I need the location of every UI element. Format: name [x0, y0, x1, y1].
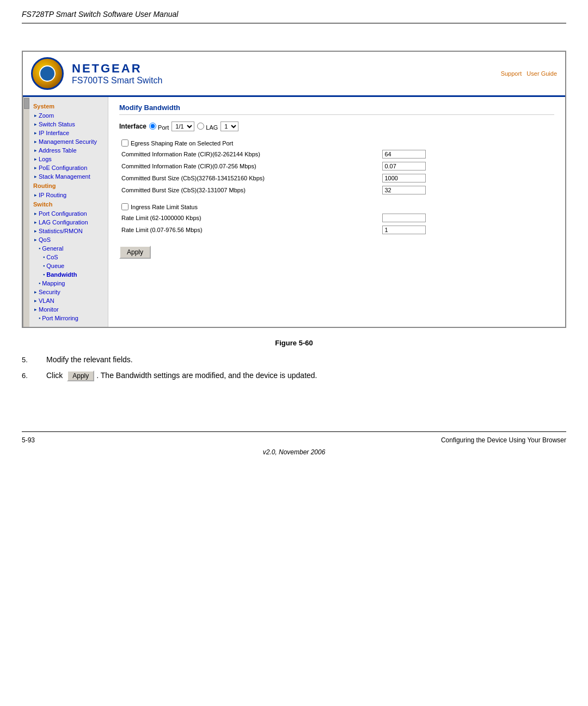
sidebar-item-port-mirroring[interactable]: ▪ Port Mirroring: [32, 314, 105, 322]
ingress-checkbox-row: Ingress Rate Limit Status: [119, 202, 554, 212]
egress-checkbox[interactable]: [121, 139, 128, 147]
field-label-cbs2: Committed Burst Size (CbS)(32-131007 Mbp…: [119, 184, 380, 196]
table-row: Committed Information Rate (CIR)(62-2621…: [119, 148, 554, 160]
rl1-input[interactable]: [382, 214, 426, 222]
sidebar-item-zoom[interactable]: ▸ Zoom: [32, 111, 105, 120]
main-panel: Modify Bandwidth Interface Port 1/1 1/2 …: [108, 97, 565, 327]
footer-center: v2.0, November 2006: [0, 448, 588, 467]
sidebar-item-port-config[interactable]: ▸ Port Configuration: [32, 209, 105, 218]
bullet-icon: ▸: [34, 113, 37, 118]
step-5-text: Modify the relevant fields.: [46, 355, 133, 364]
port-radio[interactable]: [149, 123, 156, 130]
rl2-input[interactable]: [382, 226, 426, 234]
egress-label: Egress Shaping Rate on Selected Port: [131, 140, 233, 147]
field-value-rl1: [380, 212, 554, 224]
header-links: Support User Guide: [501, 70, 557, 77]
table-row: Committed Burst Size (CbS)(32768-1341521…: [119, 172, 554, 184]
bullet-icon: ▸: [34, 174, 37, 179]
step-6: 6. Click Apply. The Bandwidth settings a…: [22, 370, 566, 381]
bullet-icon: ▸: [34, 130, 37, 136]
bullet-icon: ▸: [34, 121, 37, 127]
sidebar-item-logs[interactable]: ▸ Logs: [32, 155, 105, 163]
browser-window: NETGEAR FS700TS Smart Switch Support Use…: [22, 51, 566, 328]
sidebar-item-poe[interactable]: ▸ PoE Configuration: [32, 163, 105, 172]
support-link[interactable]: Support: [501, 70, 522, 77]
field-value-cbs2: [380, 184, 554, 196]
bullet-icon: ▸: [34, 289, 37, 295]
cir1-input[interactable]: [382, 150, 426, 159]
sidebar-item-bandwidth[interactable]: ▪ Bandwidth: [32, 270, 105, 279]
sidebar-item-mapping[interactable]: ▪ Mapping: [32, 279, 105, 288]
sidebar-item-qos[interactable]: ▸ QoS: [32, 235, 105, 244]
sidebar-item-security[interactable]: ▸ Security: [32, 288, 105, 296]
main-content: NETGEAR FS700TS Smart Switch Support Use…: [0, 34, 588, 399]
sidebar-item-lag-config[interactable]: ▸ LAG Configuration: [32, 218, 105, 227]
sidebar-item-monitor[interactable]: ▸ Monitor: [32, 305, 105, 314]
apply-button[interactable]: Apply: [119, 246, 151, 259]
ingress-fields-table: Rate Limit (62-1000000 Kbps) Rate Limit …: [119, 212, 554, 236]
field-label-cir2: Committed Information Rate (CIR)(0.07-25…: [119, 160, 380, 172]
sidebar-item-management-security[interactable]: ▸ Management Security: [32, 137, 105, 146]
footer-left: 5-93: [22, 436, 35, 444]
footer-right: Configuring the Device Using Your Browse…: [441, 436, 566, 444]
bullet-icon: ▸: [34, 220, 37, 225]
sidebar-item-vlan[interactable]: ▸ VLAN: [32, 296, 105, 305]
user-guide-link[interactable]: User Guide: [526, 70, 557, 77]
bullet-icon: ▸: [34, 307, 37, 312]
sidebar-item-address-table[interactable]: ▸ Address Table: [32, 146, 105, 155]
field-value-cir1: [380, 148, 554, 160]
bullet-icon: ▸: [34, 148, 37, 153]
inline-apply-button: Apply: [67, 370, 94, 381]
bullet-icon: ▸: [34, 298, 37, 303]
bullet-icon: ▪: [43, 272, 45, 277]
bullet-icon: ▪: [39, 315, 40, 321]
step-6-text: Click Apply. The Bandwidth settings are …: [46, 370, 317, 381]
lag-radio[interactable]: [197, 123, 204, 130]
bullet-icon: ▸: [34, 156, 37, 162]
doc-header: FS728TP Smart Switch Software User Manua…: [0, 0, 588, 23]
sidebar-item-cos[interactable]: ▪ CoS: [32, 253, 105, 261]
sidebar-item-ip-interface[interactable]: ▸ IP Interface: [32, 129, 105, 137]
sidebar-item-queue[interactable]: ▪ Queue: [32, 261, 105, 270]
fields-table: Committed Information Rate (CIR)(62-2621…: [119, 148, 554, 196]
cir2-input[interactable]: [382, 162, 426, 171]
field-value-cbs1: [380, 172, 554, 184]
panel-title: Modify Bandwidth: [119, 104, 554, 115]
bullet-icon: ▪: [43, 263, 45, 269]
cbs1-input[interactable]: [382, 174, 426, 182]
figure-label: Figure 5-60: [22, 339, 566, 347]
sidebar-item-ip-routing[interactable]: ▸ IP Routing: [32, 191, 105, 199]
sidebar-item-general[interactable]: ▪ General: [32, 244, 105, 253]
bullet-icon: ▸: [34, 165, 37, 171]
doc-footer: 5-93 Configuring the Device Using Your B…: [22, 431, 566, 444]
field-label-rl2: Rate Limit (0.07-976.56 Mbps): [119, 224, 380, 236]
field-label-rl1: Rate Limit (62-1000000 Kbps): [119, 212, 380, 224]
step-5: 5. Modify the relevant fields.: [22, 355, 566, 364]
sidebar-item-switch-status[interactable]: ▸ Switch Status: [32, 120, 105, 129]
field-value-cir2: [380, 160, 554, 172]
step-6-number: 6.: [22, 372, 35, 380]
scroll-thumb[interactable]: [24, 98, 29, 109]
field-label-cbs1: Committed Burst Size (CbS)(32768-1341521…: [119, 172, 380, 184]
egress-checkbox-row: Egress Shaping Rate on Selected Port: [119, 138, 554, 148]
cbs2-input[interactable]: [382, 186, 426, 194]
ingress-checkbox[interactable]: [121, 203, 128, 210]
sidebar-item-statistics[interactable]: ▸ Statistics/RMON: [32, 227, 105, 235]
logo-inner: [39, 65, 56, 82]
system-section: System: [32, 101, 105, 111]
steps-section: 5. Modify the relevant fields. 6. Click …: [22, 355, 566, 381]
brand-name: NETGEAR: [72, 62, 162, 76]
netgear-header: NETGEAR FS700TS Smart Switch Support Use…: [23, 52, 565, 97]
bullet-icon: ▸: [34, 192, 37, 198]
scrollbar[interactable]: [23, 97, 29, 327]
port-radio-label: Port: [149, 123, 169, 131]
port-select[interactable]: 1/1 1/2: [171, 121, 194, 131]
product-name: FS700TS Smart Switch: [72, 76, 162, 86]
sidebar-item-stack[interactable]: ▸ Stack Management: [32, 172, 105, 181]
bullet-icon: ▸: [34, 139, 37, 144]
netgear-logo: [31, 57, 64, 90]
table-row: Rate Limit (0.07-976.56 Mbps): [119, 224, 554, 236]
lag-select[interactable]: 1 2: [220, 121, 238, 131]
header-divider: [22, 23, 566, 23]
switch-section: Switch: [32, 199, 105, 209]
